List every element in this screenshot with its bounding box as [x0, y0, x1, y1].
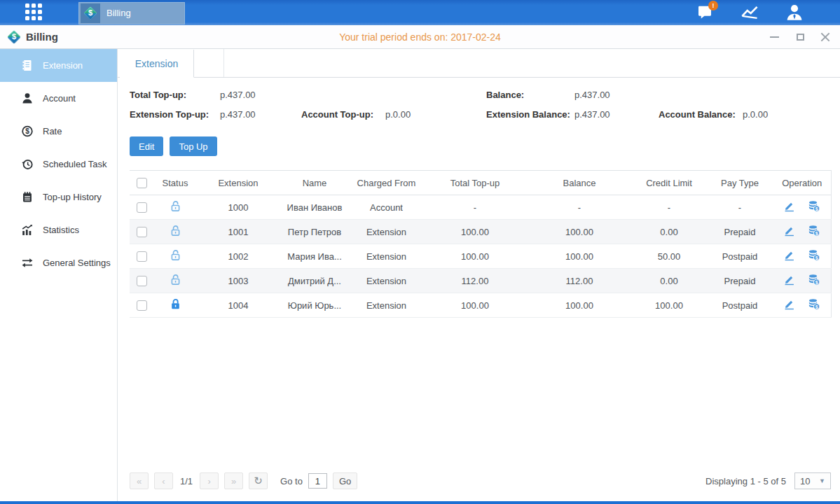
- col-total-topup: Total Top-up: [423, 171, 527, 195]
- col-operation: Operation: [773, 171, 831, 195]
- edit-row-icon[interactable]: [783, 298, 795, 312]
- cell-total-topup: 100.00: [423, 220, 527, 244]
- chevron-down-icon: ▼: [819, 477, 825, 484]
- last-page-button[interactable]: »: [224, 472, 243, 489]
- row-checkbox[interactable]: [137, 202, 147, 213]
- extension-balance-label: Extension Balance:: [486, 108, 574, 120]
- sidebar-item-statistics[interactable]: Statistics: [0, 214, 117, 246]
- prev-page-button[interactable]: ‹: [154, 472, 173, 489]
- cell-name: Юрий Юрь...: [280, 293, 350, 318]
- arrows-exchange-icon: [21, 257, 34, 269]
- account-balance-value: p.0.00: [743, 108, 768, 120]
- goto-page-input[interactable]: [308, 473, 327, 489]
- sidebar-item-extension[interactable]: Extension: [0, 49, 117, 82]
- close-button[interactable]: [820, 32, 830, 42]
- total-topup-value: p.437.00: [220, 89, 301, 101]
- window-titlebar: $ Billing Your trial period ends on: 201…: [0, 25, 840, 49]
- topup-row-icon[interactable]: $: [808, 249, 820, 263]
- sidebar-item-scheduled-task[interactable]: Scheduled Task: [0, 148, 117, 181]
- lock-open-icon: [170, 274, 181, 286]
- row-checkbox[interactable]: [137, 251, 147, 262]
- trial-notice: Your trial period ends on: 2017-02-24: [0, 31, 840, 43]
- sidebar-item-topup-history[interactable]: Top-up History: [0, 181, 117, 214]
- notification-badge: !: [708, 1, 718, 10]
- cell-extension: 1000: [197, 195, 280, 220]
- topup-row-icon[interactable]: $: [808, 298, 820, 312]
- cell-balance: 100.00: [527, 220, 632, 244]
- svg-text:$: $: [815, 280, 818, 286]
- account-balance-label: Account Balance:: [659, 108, 743, 120]
- first-page-button[interactable]: «: [130, 472, 149, 489]
- lock-closed-icon: [170, 298, 181, 310]
- col-name: Name: [280, 171, 350, 195]
- total-topup-label: Total Top-up:: [130, 89, 220, 101]
- edit-button[interactable]: Edit: [130, 136, 163, 156]
- svg-text:$: $: [815, 304, 818, 310]
- sidebar: Extension Account $ Rate Scheduled Task: [0, 49, 118, 501]
- cell-charged-from: Extension: [350, 269, 423, 293]
- sidebar-item-general-settings[interactable]: General Settings: [0, 246, 117, 279]
- cell-charged-from: Extension: [350, 293, 423, 318]
- topup-row-icon[interactable]: $: [808, 200, 820, 214]
- svg-text:$: $: [815, 231, 818, 237]
- taskbar-tab-billing[interactable]: $ Billing: [78, 2, 185, 24]
- sidebar-item-label: General Settings: [43, 258, 111, 268]
- edit-row-icon[interactable]: [783, 200, 795, 214]
- sidebar-item-rate[interactable]: $ Rate: [0, 115, 117, 148]
- row-checkbox[interactable]: [137, 300, 147, 311]
- table-row: 1003 Дмитрий Д... Extension 112.00 112.0…: [130, 269, 831, 293]
- cell-pay-type: Prepaid: [706, 269, 773, 293]
- account-topup-value: p.0.00: [385, 108, 486, 120]
- account-topup-label: Account Top-up:: [301, 108, 385, 120]
- cell-pay-type: -: [706, 195, 773, 220]
- extension-topup-value: p.437.00: [220, 108, 301, 120]
- main-panel: Extension Total Top-up: p.437.00 Balance…: [118, 49, 840, 501]
- maximize-button[interactable]: [794, 32, 806, 42]
- table-row: 1000 Иван Иванов Account - - - - $: [130, 195, 831, 220]
- clock-history-icon: [21, 158, 34, 170]
- topup-row-icon[interactable]: $: [808, 225, 820, 239]
- refresh-icon[interactable]: ↻: [249, 472, 268, 489]
- topup-button[interactable]: Top Up: [170, 136, 216, 156]
- table-row: 1004 Юрий Юрь... Extension 100.00 100.00…: [130, 293, 831, 318]
- page-size-select[interactable]: 10 ▼: [794, 472, 831, 489]
- topbar-icons: !: [694, 0, 805, 25]
- cell-total-topup: -: [423, 195, 527, 220]
- col-balance: Balance: [527, 171, 632, 195]
- select-all-checkbox[interactable]: [137, 178, 147, 188]
- svg-text:$: $: [815, 206, 818, 212]
- col-extension: Extension: [197, 171, 280, 195]
- edit-row-icon[interactable]: [783, 225, 795, 239]
- balance-label: Balance:: [486, 89, 574, 101]
- row-checkbox[interactable]: [137, 227, 147, 237]
- cell-balance: -: [527, 195, 632, 220]
- user-account-icon[interactable]: [784, 3, 805, 22]
- extension-content: Total Top-up: p.437.00 Balance: p.437.00…: [118, 78, 840, 501]
- topup-row-icon[interactable]: $: [808, 274, 820, 288]
- page-size-value: 10: [800, 476, 810, 486]
- cell-extension: 1004: [197, 293, 280, 318]
- statistics-chart-icon[interactable]: [739, 3, 760, 22]
- messages-icon[interactable]: !: [694, 3, 715, 22]
- next-page-button[interactable]: ›: [200, 472, 219, 489]
- lock-open-icon: [170, 225, 181, 237]
- cell-charged-from: Extension: [350, 220, 423, 244]
- sidebar-item-account[interactable]: Account: [0, 82, 117, 115]
- app-launcher-grid-icon[interactable]: [25, 4, 49, 22]
- cell-charged-from: Account: [350, 195, 423, 220]
- sidebar-item-label: Top-up History: [43, 192, 102, 202]
- taskbar-tab-label: Billing: [106, 8, 131, 18]
- cell-credit-limit: 50.00: [632, 244, 706, 269]
- dollar-circle-icon: $: [21, 125, 34, 137]
- go-button[interactable]: Go: [333, 472, 357, 489]
- tab-extension[interactable]: Extension: [120, 50, 194, 78]
- svg-text:$: $: [25, 127, 29, 135]
- tab-label: Extension: [135, 58, 178, 69]
- col-credit-limit: Credit Limit: [632, 171, 706, 195]
- edit-row-icon[interactable]: [783, 249, 795, 263]
- window-title: Billing: [26, 31, 58, 43]
- row-checkbox[interactable]: [137, 276, 147, 286]
- edit-row-icon[interactable]: [783, 274, 795, 288]
- minimize-button[interactable]: [769, 32, 780, 42]
- table-row: 1002 Мария Ива... Extension 100.00 100.0…: [130, 244, 831, 269]
